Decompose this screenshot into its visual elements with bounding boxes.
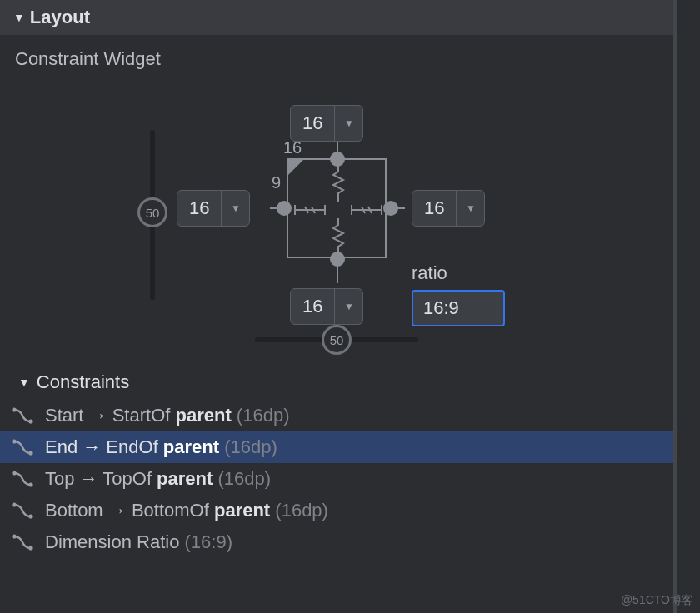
constraint-icon bbox=[12, 501, 33, 520]
constraint-diagram: 50 16 9 bbox=[128, 75, 545, 350]
svg-point-5 bbox=[28, 482, 32, 486]
svg-point-8 bbox=[12, 534, 16, 538]
constraint-widget-title: Constraint Widget bbox=[0, 35, 673, 75]
svg-point-6 bbox=[12, 502, 16, 506]
constraint-row[interactable]: Top → TopOf parent (16dp) bbox=[0, 463, 673, 495]
svg-point-2 bbox=[12, 439, 16, 443]
svg-point-4 bbox=[12, 471, 16, 475]
ratio-label: ratio bbox=[412, 262, 448, 284]
svg-point-0 bbox=[12, 407, 16, 411]
constraint-icon bbox=[12, 406, 33, 425]
end-constraint-handle[interactable] bbox=[383, 201, 398, 216]
constraint-icon bbox=[12, 438, 33, 456]
constraint-text: Top → TopOf parent (16dp) bbox=[45, 468, 271, 490]
constraint-text: Bottom → BottomOf parent (16dp) bbox=[45, 500, 328, 521]
end-margin-dropdown[interactable]: 16 ▼ bbox=[412, 190, 485, 227]
constraints-list: Start → StartOf parent (16dp)End → EndOf… bbox=[0, 400, 673, 558]
start-margin-dropdown[interactable]: 16 ▼ bbox=[177, 190, 250, 227]
bottom-constraint-handle[interactable] bbox=[330, 252, 345, 267]
constraint-icon bbox=[12, 533, 33, 551]
bottom-margin-value: 16 bbox=[291, 296, 334, 317]
horizontal-bias-knob[interactable]: 50 bbox=[322, 325, 352, 355]
spring-icons bbox=[288, 160, 388, 260]
constraints-sub-header[interactable]: ▼ Constraints bbox=[0, 350, 673, 400]
constraint-row[interactable]: Bottom → BottomOf parent (16dp) bbox=[0, 495, 673, 526]
vertical-bias-value: 50 bbox=[146, 206, 160, 220]
top-margin-value: 16 bbox=[291, 112, 334, 134]
chevron-down-icon: ▼ bbox=[221, 191, 249, 226]
svg-point-1 bbox=[28, 419, 32, 423]
constraint-row[interactable]: Dimension Ratio (16:9) bbox=[0, 526, 673, 558]
bottom-margin-dropdown[interactable]: 16 ▼ bbox=[290, 288, 363, 325]
svg-point-7 bbox=[28, 514, 32, 518]
collapse-triangle-icon: ▼ bbox=[18, 376, 30, 389]
watermark: @51CTO博客 bbox=[621, 593, 693, 608]
top-margin-dropdown[interactable]: 16 ▼ bbox=[290, 105, 363, 142]
section-header-layout[interactable]: ▼ Layout bbox=[0, 0, 673, 35]
constraints-title: Constraints bbox=[37, 371, 129, 393]
horizontal-bias-value: 50 bbox=[330, 333, 344, 347]
attributes-panel: ▼ Layout Constraint Widget 50 bbox=[0, 0, 677, 613]
constraint-text: Start → StartOf parent (16dp) bbox=[45, 405, 289, 426]
start-constraint-handle[interactable] bbox=[277, 201, 292, 216]
constraint-widget-area: 50 16 9 bbox=[0, 75, 673, 350]
constraint-text: Dimension Ratio (16:9) bbox=[45, 531, 232, 553]
ratio-denominator-label: 9 bbox=[272, 173, 281, 192]
svg-point-3 bbox=[28, 451, 32, 455]
svg-point-9 bbox=[28, 546, 32, 550]
constraint-icon bbox=[12, 470, 33, 488]
end-margin-value: 16 bbox=[412, 197, 456, 219]
start-margin-value: 16 bbox=[178, 197, 221, 219]
collapse-triangle-icon: ▼ bbox=[13, 11, 25, 24]
ratio-input-value: 16:9 bbox=[423, 297, 459, 319]
top-constraint-handle[interactable] bbox=[330, 152, 345, 167]
vertical-bias-knob[interactable]: 50 bbox=[138, 197, 168, 227]
constraint-row[interactable]: Start → StartOf parent (16dp) bbox=[0, 400, 673, 431]
chevron-down-icon: ▼ bbox=[334, 289, 362, 324]
chevron-down-icon: ▼ bbox=[334, 106, 362, 141]
view-box[interactable] bbox=[287, 158, 387, 258]
ratio-input[interactable]: 16:9 bbox=[412, 290, 505, 326]
constraint-text: End → EndOf parent (16dp) bbox=[45, 436, 278, 458]
constraint-row[interactable]: End → EndOf parent (16dp) bbox=[0, 431, 673, 463]
chevron-down-icon: ▼ bbox=[456, 191, 484, 226]
section-title: Layout bbox=[30, 7, 90, 28]
